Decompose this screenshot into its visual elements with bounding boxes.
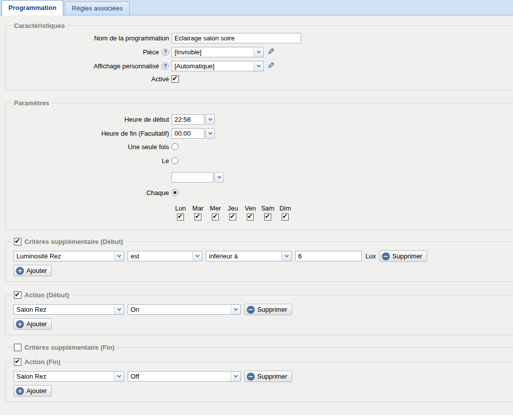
tab-programmation[interactable]: Programmation xyxy=(1,0,63,15)
criteres-debut-fieldset: Critères supplémentaire (Début) Luminosi… xyxy=(5,238,513,282)
le-row: Le xyxy=(9,154,511,168)
chevron-down-icon[interactable] xyxy=(205,128,215,139)
action-device-select[interactable]: Salon Rez xyxy=(13,304,124,315)
tab-bar: Programmation Règles associées xyxy=(0,0,513,15)
action-row: Salon Rez On − Supprimer xyxy=(13,304,511,315)
programmation-panel: Caractéristiques Nom de la programmation… xyxy=(0,15,513,415)
action-fin-legend: Action (Fin) xyxy=(12,358,62,366)
criteres-fin-legend-label: Critères supplémentaire (Fin) xyxy=(24,344,115,351)
le-radio[interactable] xyxy=(171,157,178,164)
chaque-label: Chaque xyxy=(146,189,169,197)
remove-action-fin-button[interactable]: − Supprimer xyxy=(244,371,292,382)
affichage-row: Affichage personnalisé ? [Automatique] ✎ xyxy=(9,59,511,72)
day-lun-checkbox[interactable] xyxy=(177,213,184,220)
add-action-fin-button[interactable]: + Ajouter xyxy=(13,385,52,397)
chaque-row: Chaque xyxy=(9,187,511,199)
le-label: Le xyxy=(162,157,169,165)
chaque-radio[interactable] xyxy=(171,189,178,196)
criterion-operator-select[interactable]: est xyxy=(128,251,202,261)
heure-fin-label: Heure de fin (Facultatif) xyxy=(101,130,169,137)
active-checkbox[interactable] xyxy=(171,75,179,83)
remove-criterion-label: Supprimer xyxy=(392,252,422,260)
affichage-select[interactable]: [Automatique] xyxy=(171,61,264,71)
action-fin-device-select[interactable]: Salon Rez xyxy=(13,371,124,382)
add-criterion-label: Ajouter xyxy=(26,267,47,274)
chevron-down-icon[interactable] xyxy=(114,251,124,261)
tab-regles-associees[interactable]: Règles associées xyxy=(65,1,130,15)
day-mer-checkbox[interactable] xyxy=(212,213,219,220)
edit-affichage-icon[interactable]: ✎ xyxy=(267,61,275,70)
heure-debut-row: Heure de début 22:58 xyxy=(9,113,511,126)
day-mer-label: Mer xyxy=(210,205,221,212)
nom-input[interactable] xyxy=(171,33,301,43)
piece-row: Pièce ? [Invisible] ✎ xyxy=(9,45,511,58)
chevron-down-icon[interactable] xyxy=(114,372,124,381)
help-icon[interactable]: ? xyxy=(162,62,169,70)
day-dim-checkbox[interactable] xyxy=(282,213,289,220)
remove-action-label: Supprimer xyxy=(257,306,287,313)
day-sam-checkbox[interactable] xyxy=(264,213,271,220)
chevron-down-icon[interactable] xyxy=(231,305,240,314)
chevron-down-icon[interactable] xyxy=(205,114,215,125)
action-debut-toggle-checkbox[interactable] xyxy=(14,291,21,299)
heure-fin-select[interactable]: 00:00 xyxy=(171,128,215,139)
day-jeu-checkbox[interactable] xyxy=(229,213,236,220)
criterion-comparator-value: inférieur à xyxy=(206,251,282,261)
plus-icon: + xyxy=(16,387,24,395)
le-date-select[interactable] xyxy=(171,172,224,183)
chevron-down-icon[interactable] xyxy=(254,61,263,71)
day-dim-label: Dim xyxy=(279,205,291,212)
chevron-down-icon[interactable] xyxy=(231,372,240,381)
add-action-fin-label: Ajouter xyxy=(26,387,47,395)
criterion-sensor-select[interactable]: Luminosité Rez xyxy=(13,251,124,261)
une-seule-fois-radio[interactable] xyxy=(171,143,178,150)
action-fin-command-select[interactable]: Off xyxy=(128,371,241,382)
add-action-button[interactable]: + Ajouter xyxy=(13,318,52,330)
action-fin-device-value: Salon Rez xyxy=(14,372,114,381)
le-date-row xyxy=(9,171,511,184)
criteres-debut-legend-label: Critères supplémentaire (Début) xyxy=(24,238,123,245)
criterion-comparator-select[interactable]: inférieur à xyxy=(206,251,292,261)
heure-debut-select[interactable]: 22:58 xyxy=(171,114,215,125)
le-date-value[interactable] xyxy=(171,172,213,183)
action-fin-command-value: Off xyxy=(128,372,231,381)
criteres-debut-toggle-checkbox[interactable] xyxy=(14,238,21,245)
parametres-legend-label: Paramètres xyxy=(14,99,49,107)
day-mar-label: Mar xyxy=(192,205,203,212)
day-sam-label: Sam xyxy=(261,205,275,212)
edit-piece-icon[interactable]: ✎ xyxy=(267,47,275,56)
add-criterion-button[interactable]: + Ajouter xyxy=(13,265,52,276)
heure-debut-value[interactable]: 22:58 xyxy=(171,114,204,125)
chevron-down-icon[interactable] xyxy=(282,251,291,261)
day-dim: Dim xyxy=(277,205,294,220)
help-icon[interactable]: ? xyxy=(162,48,169,56)
day-ven-checkbox[interactable] xyxy=(247,213,254,220)
criteres-fin-fieldset: Critères supplémentaire (Fin) xyxy=(5,344,513,352)
nom-label: Nom de la programmation xyxy=(94,34,169,42)
active-label: Activé xyxy=(152,75,169,83)
remove-action-button[interactable]: − Supprimer xyxy=(244,304,292,315)
heure-fin-value[interactable]: 00:00 xyxy=(171,128,204,139)
action-device-value: Salon Rez xyxy=(14,305,114,314)
chevron-down-icon[interactable] xyxy=(254,47,263,57)
caracteristiques-legend-label: Caractéristiques xyxy=(14,22,65,29)
plus-icon: + xyxy=(16,320,24,328)
remove-action-fin-label: Supprimer xyxy=(257,373,287,380)
affichage-select-value: [Automatique] xyxy=(172,61,254,71)
minus-icon: − xyxy=(382,252,390,260)
parametres-fieldset: Paramètres Heure de début 22:58 Heure de… xyxy=(5,99,513,230)
chevron-down-icon[interactable] xyxy=(214,172,224,183)
chevron-down-icon[interactable] xyxy=(114,305,124,314)
remove-criterion-button[interactable]: − Supprimer xyxy=(379,250,427,262)
criteres-fin-toggle-checkbox[interactable] xyxy=(14,344,21,351)
action-command-select[interactable]: On xyxy=(128,304,241,315)
action-fin-toggle-checkbox[interactable] xyxy=(14,358,21,366)
day-mar-checkbox[interactable] xyxy=(194,213,201,220)
chevron-down-icon[interactable] xyxy=(192,251,202,261)
piece-select[interactable]: [Invisible] xyxy=(171,47,264,57)
criterion-value-input[interactable] xyxy=(295,251,362,261)
criterion-operator-value: est xyxy=(128,251,192,261)
day-lun: Lun xyxy=(172,205,189,220)
parametres-legend: Paramètres xyxy=(12,99,51,107)
affichage-label: Affichage personnalisé xyxy=(94,62,159,70)
